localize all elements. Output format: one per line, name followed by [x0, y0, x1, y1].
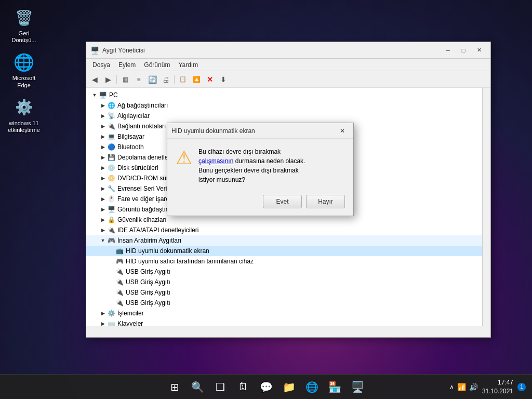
root-arrow: ▼	[90, 91, 99, 99]
tree-item-hid-satici[interactable]: 🎮 HID uyumlu satıcı tarafından tanımlana…	[86, 256, 482, 267]
tree-item-usb2[interactable]: 🔌 USB Giriş Aygıtı	[86, 277, 482, 287]
taskbar-time-text: 17:47	[482, 378, 513, 387]
taskbar-system-icons: ∧ 📶 🔊	[449, 383, 478, 391]
edge-taskbar-button[interactable]: 🌐	[301, 377, 322, 397]
window-titlebar: 🖥️ Aygıt Yöneticisi ─ □ ✕	[86, 42, 490, 59]
menu-gorunum[interactable]: Görünüm	[140, 60, 174, 70]
network-icon[interactable]: 📶	[457, 383, 466, 391]
tree-item-usb3[interactable]: 🔌 USB Giriş Aygıtı	[86, 287, 482, 298]
toolbar-remove[interactable]: ✕	[204, 73, 216, 86]
window-title-text: Aygıt Yöneticisi	[102, 47, 441, 54]
dialog-buttons: Evet Hayır	[167, 191, 353, 216]
dialog-line2-part1: çalışmasının	[198, 157, 233, 165]
tree-item-insan-arabirim[interactable]: ▼ 🎮 İnsan Arabirim Aygıtları	[86, 235, 482, 246]
recycle-bin-image: 🗑️	[14, 7, 34, 28]
disable-device-dialog: HID uyumlu dokunmatik ekran ✕ ⚠ Bu cihaz…	[167, 123, 354, 216]
menubar: Dosya Eylem Görünüm Yardım	[86, 59, 490, 71]
windows-activate-icon[interactable]: ⚙️ windows 11 etkinleştirme	[5, 95, 43, 136]
store-button[interactable]: 🏪	[324, 377, 345, 397]
dialog-line2-rest: durmasına neden olacak.	[233, 157, 305, 165]
menu-dosya[interactable]: Dosya	[88, 60, 114, 70]
toolbar-scan[interactable]: ⬇	[217, 73, 230, 86]
start-icon: ⊞	[170, 381, 179, 393]
status-bar	[86, 326, 490, 337]
toolbar-props[interactable]: 📋	[177, 73, 189, 86]
close-button[interactable]: ✕	[472, 45, 486, 56]
toolbar-forward[interactable]: ▶	[102, 73, 114, 86]
taskbar: ⊞ 🔍 ❑ 🗓 💬 📁 🌐 🏪 🖥	[0, 374, 532, 399]
warning-icon: ⚠	[176, 147, 192, 169]
bluetooth-label: Bluetooth	[117, 143, 144, 151]
recycle-bin-icon[interactable]: 🗑️ Geri Dönüşü...	[5, 5, 43, 46]
search-button[interactable]: 🔍	[187, 377, 208, 397]
dialog-close-button[interactable]: ✕	[336, 125, 349, 137]
taskbar-right: ∧ 📶 🔊 17:47 31.10.2021 1	[449, 378, 526, 396]
notification-badge[interactable]: 1	[517, 383, 526, 391]
start-button[interactable]: ⊞	[164, 377, 185, 397]
taskbar-center: ⊞ 🔍 ❑ 🗓 💬 📁 🌐 🏪 🖥	[164, 377, 368, 397]
chevron-up-icon[interactable]: ∧	[449, 383, 454, 391]
device-manager-window: 🖥️ Aygıt Yöneticisi ─ □ ✕ Dosya Eylem Gö…	[86, 42, 491, 338]
toolbar-list[interactable]: ≡	[132, 73, 145, 86]
window-controls: ─ □ ✕	[441, 45, 486, 56]
dialog-line1: Bu cihazı devre dışı bırakmak	[198, 148, 281, 155]
chat-button[interactable]: 💬	[256, 377, 276, 397]
tree-item-klavyeler[interactable]: ▶ ⌨️ Klavyeler	[86, 318, 482, 326]
toolbar-update[interactable]: 🔼	[190, 73, 203, 86]
microsoft-edge-icon[interactable]: 🌐 Microsoft Edge	[5, 50, 43, 90]
edge-image: 🌐	[14, 52, 34, 73]
tree-root-pc[interactable]: ▼ 🖥️ PC	[86, 90, 482, 100]
chat-icon: 💬	[260, 381, 273, 393]
taskbar-date-text: 31.10.2021	[482, 387, 513, 396]
dialog-titlebar: HID uyumlu dokunmatik ekran ✕	[167, 123, 353, 139]
minimize-button[interactable]: ─	[441, 45, 455, 56]
dialog-line4: istiyor musunuz?	[198, 176, 245, 183]
activate-image: ⚙️	[14, 97, 34, 118]
dialog-body: ⚠ Bu cihazı devre dışı bırakmak çalışmas…	[167, 139, 353, 191]
taskview-icon: ❑	[216, 381, 225, 393]
dialog-title-text: HID uyumlu dokunmatik ekran	[171, 127, 336, 135]
sound-icon[interactable]: 🔊	[469, 383, 478, 391]
toolbar-back[interactable]: ◀	[88, 73, 101, 86]
tree-item-algilayicilar[interactable]: ▶ 📡 Algılayıcılar	[86, 111, 482, 121]
scrollbar[interactable]	[482, 88, 490, 326]
maximize-button[interactable]: □	[456, 45, 471, 56]
menu-eylem[interactable]: Eylem	[114, 60, 140, 70]
toolbar-sep1	[116, 75, 117, 84]
dialog-line3: Bunu gerçekten devre dışı bırakmak	[198, 167, 299, 174]
tree-item-islemciler[interactable]: ▶ ⚙️ İşlemciler	[86, 308, 482, 318]
explorer-button[interactable]: 📁	[278, 377, 299, 397]
search-icon: 🔍	[191, 381, 204, 393]
taskview-button[interactable]: ❑	[210, 377, 231, 397]
device-manager-taskbar-icon: 🖥️	[351, 381, 364, 393]
dialog-message: Bu cihazı devre dışı bırakmak çalışmasın…	[198, 147, 305, 184]
tree-item-ide[interactable]: ▶ 🔌 IDE ATA/ATAPI denetleyicileri	[86, 225, 482, 235]
edge-taskbar-icon: 🌐	[305, 381, 318, 393]
tree-item-usb4[interactable]: 🔌 USB Giriş Aygıtı	[86, 298, 482, 308]
toolbar-sep2	[174, 75, 175, 84]
toolbar-tree[interactable]: ▦	[119, 73, 131, 86]
tree-item-guvenlik[interactable]: ▶ 🔒 Güvenlik cihazları	[86, 215, 482, 225]
activate-label: windows 11 etkinleştirme	[7, 120, 41, 134]
explorer-icon: 📁	[283, 381, 296, 393]
tree-item-usb1[interactable]: 🔌 USB Giriş Aygıtı	[86, 267, 482, 277]
root-label: PC	[109, 91, 118, 99]
no-button[interactable]: Hayır	[306, 195, 345, 208]
tree-item-hid-dokunmatik[interactable]: 📺 HID uyumlu dokunmatik ekran	[86, 246, 482, 256]
taskbar-clock[interactable]: 17:47 31.10.2021	[482, 378, 513, 396]
tree-item-ag-bagdastiricilari[interactable]: ▶ 🌐 Ağ bağdaştırıcıları	[86, 100, 482, 111]
desktop: 🗑️ Geri Dönüşü... 🌐 Microsoft Edge ⚙️ wi…	[0, 0, 532, 399]
menu-yardim[interactable]: Yardım	[174, 60, 202, 70]
widgets-icon: 🗓	[238, 381, 248, 393]
root-icon: 🖥️	[99, 91, 107, 99]
yes-button[interactable]: Evet	[263, 195, 302, 208]
toolbar: ◀ ▶ ▦ ≡ 🔄 🖨 📋 🔼 ✕ ⬇	[86, 71, 490, 88]
toolbar-refresh[interactable]: 🔄	[146, 73, 158, 86]
window-title-icon: 🖥️	[90, 46, 99, 55]
desktop-icons-container: 🗑️ Geri Dönüşü... 🌐 Microsoft Edge ⚙️ wi…	[5, 5, 43, 136]
edge-label: Microsoft Edge	[7, 75, 41, 88]
device-manager-taskbar[interactable]: 🖥️	[347, 377, 368, 397]
recycle-bin-label: Geri Dönüşü...	[7, 30, 41, 44]
widgets-button[interactable]: 🗓	[233, 377, 254, 397]
toolbar-print[interactable]: 🖨	[159, 73, 172, 86]
